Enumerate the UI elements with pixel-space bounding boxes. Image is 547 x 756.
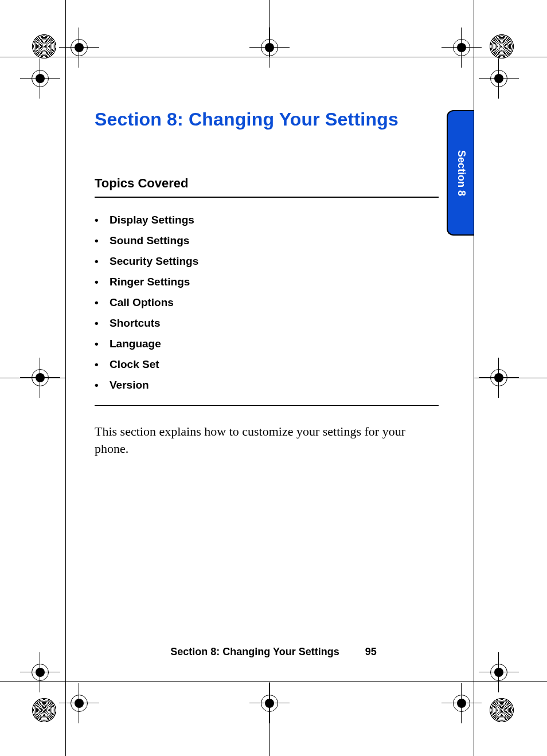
topics-list-item: Shortcuts bbox=[95, 317, 439, 330]
registration-mark-icon bbox=[490, 664, 507, 681]
section-title: Section 8: Changing Your Settings bbox=[95, 109, 439, 130]
crop-line-horizontal bbox=[0, 681, 547, 682]
registration-mark-icon bbox=[32, 664, 49, 681]
topics-list-item: Sound Settings bbox=[95, 234, 439, 247]
registration-mark-icon bbox=[261, 39, 278, 56]
registration-mark-icon bbox=[453, 695, 470, 712]
list-end-rule bbox=[95, 405, 439, 406]
topics-list-item: Ringer Settings bbox=[95, 276, 439, 288]
heading-rule bbox=[95, 197, 439, 198]
registration-mark-icon bbox=[490, 369, 507, 386]
registration-mark-icon bbox=[32, 369, 49, 386]
registration-mark-icon bbox=[453, 39, 470, 56]
topics-list-item: Clock Set bbox=[95, 358, 439, 371]
topics-list-item: Security Settings bbox=[95, 255, 439, 268]
page-content: Section 8: Changing Your Settings Topics… bbox=[95, 109, 439, 457]
topics-heading: Topics Covered bbox=[95, 176, 439, 191]
registration-disc-icon bbox=[32, 34, 56, 58]
registration-disc-icon bbox=[32, 698, 56, 722]
topics-list-item: Call Options bbox=[95, 296, 439, 309]
crop-tick bbox=[269, 681, 270, 756]
topics-list-item: Language bbox=[95, 338, 439, 350]
registration-mark-icon bbox=[71, 695, 88, 712]
crop-line-horizontal bbox=[0, 57, 547, 57]
page-footer: Section 8: Changing Your Settings 95 bbox=[0, 646, 547, 658]
crop-tick bbox=[474, 378, 547, 378]
topics-list: Display Settings Sound Settings Security… bbox=[95, 214, 439, 391]
registration-mark-icon bbox=[261, 695, 278, 712]
section-side-tab-label: Section 8 bbox=[455, 150, 467, 195]
registration-mark-icon bbox=[32, 70, 49, 87]
footer-section-title: Section 8: Changing Your Settings bbox=[170, 646, 339, 657]
topics-list-item: Display Settings bbox=[95, 214, 439, 226]
registration-mark-icon bbox=[71, 39, 88, 56]
section-intro-paragraph: This section explains how to customize y… bbox=[95, 423, 439, 457]
registration-disc-icon bbox=[490, 698, 514, 722]
footer-page-number: 95 bbox=[365, 646, 377, 658]
topics-list-item: Version bbox=[95, 379, 439, 391]
section-side-tab: Section 8 bbox=[447, 110, 474, 236]
registration-mark-icon bbox=[490, 70, 507, 87]
registration-disc-icon bbox=[490, 34, 514, 58]
